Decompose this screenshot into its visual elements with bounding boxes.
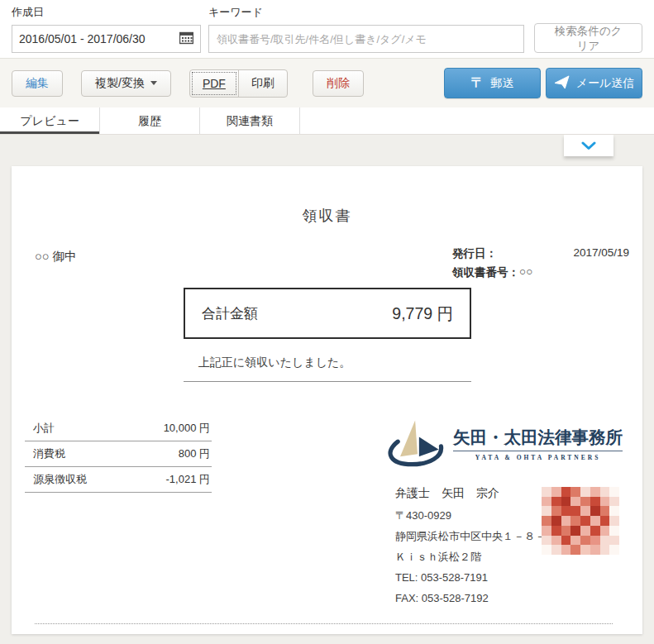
duplicate-convert-label: 複製/変換 [95, 76, 145, 89]
tab-related-documents[interactable]: 関連書類 [200, 107, 300, 134]
tel: TEL: 053-528-7191 [395, 567, 546, 588]
print-button[interactable]: 印刷 [238, 70, 287, 97]
date-range-input[interactable]: 2016/05/01 - 2017/06/30 [12, 25, 201, 53]
date-range-value: 2016/05/01 - 2017/06/30 [19, 32, 146, 45]
amounts-table: 小計 10,000 円 消費税 800 円 源泉徴収税 -1,021 円 [25, 416, 212, 493]
total-amount-box: 合計金額 9,779 円 [184, 288, 471, 339]
issuer-address: 〒430-0929 静岡県浜松市中区中央１－８－ Ｋｉｓｈ浜松２階 TEL: 0… [395, 505, 546, 608]
duplicate-convert-button[interactable]: 複製/変換 [81, 70, 171, 97]
paper-plane-icon [554, 75, 570, 92]
fax: FAX: 053-528-7192 [395, 588, 546, 608]
tax-value: 800 円 [179, 446, 210, 461]
receipt-number-row: 領収書番号： ○○ [452, 265, 629, 280]
subtotal-label: 小計 [33, 421, 55, 436]
pdf-print-button-group: PDF 印刷 [189, 69, 288, 98]
calendar-icon[interactable] [179, 31, 193, 47]
issuer-logo: 矢田・太田法律事務所 YATA & OHTA PARTNERS [385, 419, 623, 471]
keyword-input[interactable] [208, 25, 524, 53]
receipt-number-label: 領収書番号： [452, 265, 519, 280]
keyword-label: キーワード [208, 3, 524, 25]
postal-send-button[interactable]: 〒 郵送 [444, 68, 541, 98]
postal-send-label: 郵送 [491, 76, 514, 91]
chevron-down-icon [581, 141, 596, 150]
note-underline [184, 381, 471, 382]
subtotal-value: 10,000 円 [164, 421, 210, 436]
postal-mark-icon: 〒 [471, 74, 485, 92]
email-send-button[interactable]: メール送信 [546, 68, 642, 98]
address-line2: Ｋｉｓｈ浜松２階 [395, 546, 546, 567]
issuer-person: 弁護士 矢田 宗介 [395, 486, 499, 501]
total-amount-value: 9,779 円 [392, 303, 453, 325]
preview-pane: 領収書 ○○ 御中 発行日： 2017/05/19 領収書番号： ○○ 合計金額… [0, 135, 654, 643]
recipient: ○○ 御中 [35, 249, 77, 265]
pdf-button[interactable]: PDF [190, 70, 238, 97]
tax-row: 消費税 800 円 [25, 441, 212, 467]
office-name-en: YATA & OHTA PARTNERS [453, 451, 623, 461]
keyword-field-group: キーワード [208, 3, 524, 53]
sailboat-logo-icon [385, 419, 448, 471]
address-line1: 静岡県浜松市中区中央１－８－ [395, 526, 546, 546]
edit-button[interactable]: 編集 [12, 70, 63, 97]
stamp-image [542, 487, 619, 555]
office-name: 矢田・太田法律事務所 [453, 426, 623, 451]
receipt-note: 上記正に領収いたしました。 [198, 355, 351, 370]
issue-date-label: 発行日： [452, 246, 497, 261]
search-header: 作成日 2016/05/01 - 2017/06/30 キーワード 検索条件のク… [0, 0, 654, 58]
receipt-document: 領収書 ○○ 御中 発行日： 2017/05/19 領収書番号： ○○ 合計金額… [12, 166, 642, 634]
clear-search-button[interactable]: 検索条件のクリア [534, 23, 642, 53]
tab-history[interactable]: 履歴 [100, 107, 200, 134]
tab-preview[interactable]: プレビュー [0, 107, 100, 134]
receipt-number-value: ○○ [519, 265, 532, 280]
date-field-group: 作成日 2016/05/01 - 2017/06/30 [12, 3, 201, 53]
toolbar: 編集 複製/変換 PDF 印刷 削除 〒 郵送 メール送信 [0, 58, 654, 107]
tab-bar: プレビュー 履歴 関連書類 [0, 107, 654, 135]
collapse-toggle[interactable] [564, 135, 613, 156]
postal-code: 〒430-0929 [395, 505, 546, 526]
subtotal-row: 小計 10,000 円 [25, 416, 212, 441]
withholding-value: -1,021 円 [166, 472, 210, 487]
issue-info: 発行日： 2017/05/19 領収書番号： ○○ [452, 246, 629, 284]
tax-label: 消費税 [33, 446, 65, 461]
issue-date-value: 2017/05/19 [573, 246, 629, 261]
caret-down-icon [150, 81, 157, 85]
logo-text-block: 矢田・太田法律事務所 YATA & OHTA PARTNERS [453, 419, 623, 461]
withholding-row: 源泉徴収税 -1,021 円 [25, 467, 212, 493]
document-title: 領収書 [12, 206, 642, 226]
total-amount-label: 合計金額 [202, 304, 258, 323]
date-label: 作成日 [12, 3, 201, 25]
delete-button[interactable]: 削除 [313, 70, 364, 97]
withholding-label: 源泉徴収税 [33, 472, 87, 487]
email-send-label: メール送信 [576, 76, 635, 91]
issue-date-row: 発行日： 2017/05/19 [452, 246, 629, 261]
page-footer-divider [35, 623, 613, 624]
